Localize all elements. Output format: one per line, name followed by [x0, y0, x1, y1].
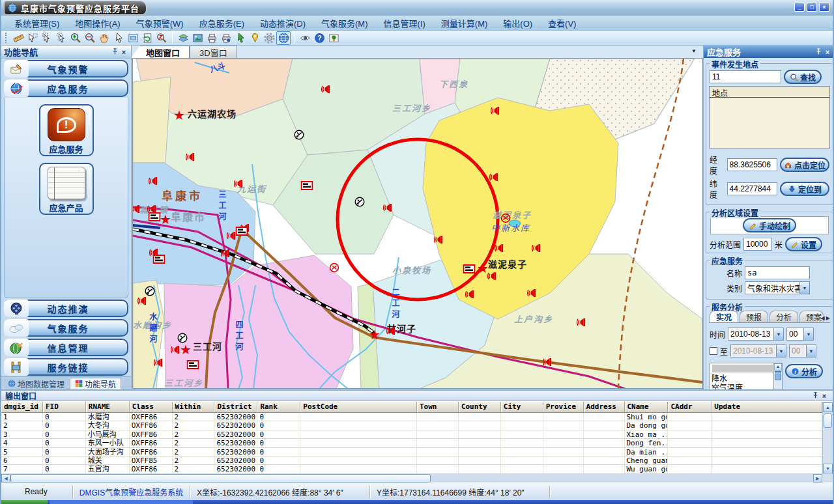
menu-item-1[interactable]: 地图操作(A) [67, 16, 128, 31]
start-button-sliver[interactable] [1, 500, 48, 504]
siren-speaker-icon[interactable] [487, 271, 498, 281]
close-button[interactable]: × [819, 3, 829, 12]
striped-flag-icon[interactable] [187, 360, 199, 369]
help-icon[interactable]: ? [312, 31, 326, 45]
chevron-down-icon[interactable]: ▼ [689, 47, 699, 56]
settings-icon[interactable] [262, 31, 276, 45]
export-image-icon[interactable] [190, 31, 205, 45]
emergency-product-button[interactable]: 应急产品 [39, 163, 94, 215]
minimize-button[interactable]: _ [794, 3, 805, 12]
goto-location-button[interactable]: 定位到 [780, 182, 829, 196]
sidebar-item-weather-service[interactable]: 气象服务 [4, 319, 128, 337]
siren-speaker-icon[interactable] [149, 176, 160, 186]
table-vertical-scrollbar[interactable]: ▲ ▼ [822, 402, 833, 474]
latitude-input[interactable]: 44.2277844 [727, 182, 777, 195]
red-circle-sign-icon[interactable] [500, 213, 511, 223]
pin-icon[interactable] [814, 48, 823, 57]
mine-symbol-icon[interactable] [354, 197, 365, 207]
siren-speaker-icon[interactable] [465, 289, 476, 300]
column-header-CAddr[interactable]: CAddr [668, 402, 712, 412]
location-search-input[interactable]: 11 [710, 70, 781, 83]
service-type-select[interactable]: 气象和洪水灾害 ▼ [745, 281, 810, 294]
table-row[interactable]: 60城关OXFF8526523020000Cheng guan [1, 456, 822, 465]
zoom-out-icon[interactable] [83, 31, 97, 45]
siren-speaker-icon[interactable] [154, 357, 165, 368]
table-row[interactable]: 50大面场子沟OXFF8626523020000Da mian ... [1, 448, 822, 456]
toolbar-grip[interactable] [5, 33, 8, 43]
close-icon[interactable]: × [820, 392, 829, 400]
siren-speaker-icon[interactable] [321, 84, 332, 94]
column-header-FID[interactable]: FID [43, 402, 86, 412]
select-lasso-icon[interactable] [54, 31, 68, 45]
column-header-City[interactable]: City [501, 402, 543, 412]
tab-live[interactable]: 实况 [710, 311, 738, 322]
click-locate-button[interactable]: 点击定位 [780, 158, 829, 172]
full-extent-icon[interactable] [126, 31, 140, 45]
column-header-Update[interactable]: Update [712, 402, 822, 412]
column-header-County[interactable]: County [459, 402, 501, 412]
striped-flag-icon[interactable] [301, 181, 313, 190]
date-select[interactable]: 2010-08-13 ▼ [728, 328, 784, 341]
hour-select[interactable]: 00 ▼ [786, 328, 814, 341]
print-preview-icon[interactable] [219, 31, 233, 45]
visibility-icon[interactable] [298, 31, 312, 45]
analyze-button[interactable]: i 分析 [785, 364, 823, 378]
scroll-left-icon[interactable]: ◀ [1, 474, 10, 483]
menu-item-6[interactable]: 信息管理(I) [376, 16, 433, 31]
scrollbar-thumb[interactable] [10, 474, 431, 483]
pointer-icon[interactable] [111, 31, 126, 45]
siren-speaker-icon[interactable] [491, 105, 502, 116]
tab-forecast[interactable]: 预报 [740, 311, 768, 322]
service-name-input[interactable]: sa [745, 266, 810, 279]
mine-symbol-icon[interactable] [145, 286, 155, 296]
red-circle-sign-icon[interactable] [329, 262, 339, 273]
scroll-up-icon[interactable]: ▲ [823, 402, 833, 412]
striped-flag-icon[interactable] [236, 227, 248, 236]
manual-draw-button[interactable]: 手动绘制 [743, 218, 796, 232]
striped-flag-icon[interactable] [153, 255, 165, 264]
tab-scroll-arrows[interactable]: ◀ ▶ [820, 315, 830, 321]
siren-speaker-icon[interactable] [577, 317, 588, 328]
refresh-icon[interactable] [140, 31, 154, 45]
red-star-icon[interactable]: ★ [477, 262, 489, 275]
menu-item-0[interactable]: 系统管理(S) [7, 16, 67, 31]
chevron-down-icon[interactable]: ▼ [773, 328, 783, 340]
longitude-input[interactable]: 88.3625506 [727, 158, 777, 171]
red-star-icon[interactable]: ★ [180, 343, 192, 356]
column-header-PostCode[interactable]: PostCode [300, 402, 417, 412]
go-to-icon[interactable] [233, 31, 248, 45]
select-rect-icon[interactable] [40, 31, 54, 45]
chevron-down-icon[interactable]: ▼ [799, 282, 809, 294]
tab-map-data-management[interactable]: 地图数据管理 [3, 378, 70, 389]
set-range-button[interactable]: 设置 [785, 237, 822, 251]
column-header-Rank[interactable]: Rank [257, 402, 300, 412]
sidebar-item-dynamic-deduction[interactable]: 动态推演 [4, 300, 128, 317]
emergency-service-button[interactable]: ! 应急服务 [39, 104, 94, 156]
table-row[interactable]: 10水磨沟OXFF8626523020000Shui mo gou [1, 413, 822, 421]
tab-function-navigation[interactable]: 功能导航 [70, 378, 121, 389]
list-item[interactable]: 降水 [710, 374, 782, 384]
table-horizontal-scrollbar[interactable]: ◀ ▶ [1, 474, 822, 483]
restore-button[interactable]: □ [807, 3, 817, 12]
siren-speaker-icon[interactable] [434, 234, 445, 245]
red-star-icon[interactable]: ★ [369, 328, 381, 341]
column-header-dmgis_id[interactable]: dmgis_id [1, 402, 43, 412]
red-star-icon[interactable]: ★ [160, 213, 171, 226]
siren-speaker-icon[interactable] [386, 326, 397, 336]
mine-symbol-icon[interactable] [294, 130, 304, 140]
table-row[interactable]: 30小马厩沟OXFF8626523020000Xiao ma ... [1, 430, 822, 439]
siren-speaker-icon[interactable] [543, 357, 554, 367]
column-header-District[interactable]: District [214, 402, 257, 412]
scroll-down-icon[interactable]: ▼ [823, 464, 833, 473]
table-row[interactable]: 20大冬沟OXFF8626523020000Da dong gou [1, 421, 822, 430]
menu-item-8[interactable]: 输出(O) [495, 16, 540, 31]
column-header-Provice[interactable]: Provice [543, 402, 584, 412]
menu-item-9[interactable]: 查看(V) [540, 16, 584, 31]
tab-map-window[interactable]: 地图窗口 [131, 46, 190, 58]
column-header-Class[interactable]: Class [130, 402, 173, 412]
column-header-CName[interactable]: CName [625, 402, 669, 412]
siren-speaker-icon[interactable] [234, 178, 245, 189]
search-button[interactable]: 查找 [784, 70, 822, 84]
select-edit-icon[interactable] [25, 31, 40, 45]
map-canvas[interactable]: 八斗六运湖农场三工河乡下西泉九运街阜康市城关镇阜康市三工河滋泥泉子中新水库滋泥泉… [132, 59, 703, 389]
